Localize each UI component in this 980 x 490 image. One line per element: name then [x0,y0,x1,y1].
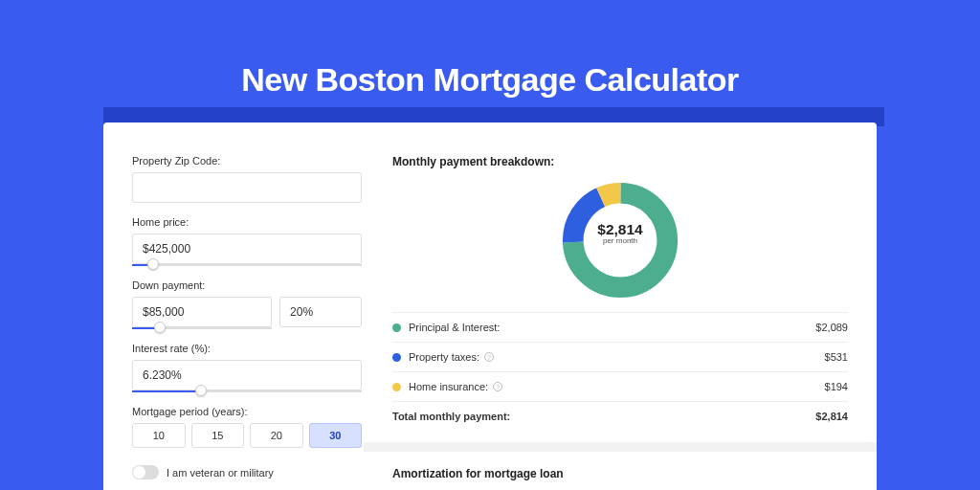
donut-center-sub: per month [582,237,658,246]
interest-rate-input[interactable] [132,360,362,390]
legend-row: Principal & Interest:$2,089 [392,312,848,342]
period-button-20[interactable]: 20 [250,423,303,448]
legend-dot [392,353,401,362]
donut-chart: $2,814 per month [558,178,682,302]
home-price-label: Home price: [132,216,362,228]
slider-thumb[interactable] [154,322,166,333]
zip-label: Property Zip Code: [132,155,362,167]
form-column: Property Zip Code: Home price: Down paym… [132,145,362,490]
slider-thumb[interactable] [147,258,159,270]
donut-chart-area: $2,814 per month [392,178,848,302]
down-payment-slider[interactable] [132,327,272,329]
period-button-group: 10152030 [132,423,362,448]
veteran-toggle-row: I am veteran or military [132,465,362,479]
home-price-slider[interactable] [132,264,362,266]
legend-dot [392,323,401,332]
legend-label: Property taxes:? [409,351,825,363]
legend-total-value: $2,814 [815,411,848,422]
calculator-card: Property Zip Code: Home price: Down paym… [103,122,877,490]
interest-rate-label: Interest rate (%): [132,343,362,354]
veteran-toggle[interactable] [132,465,159,479]
legend-dot [392,383,401,391]
info-icon[interactable]: ? [493,382,502,391]
down-payment-pct-input[interactable] [279,297,362,327]
period-button-10[interactable]: 10 [132,423,186,448]
period-button-30[interactable]: 30 [309,423,363,448]
legend-row-total: Total monthly payment: $2,814 [392,401,848,431]
veteran-toggle-label: I am veteran or military [167,467,274,479]
legend-label: Home insurance:? [409,381,825,392]
amortization-title: Amortization for mortgage loan [392,467,848,480]
legend-list: Principal & Interest:$2,089Property taxe… [392,312,848,401]
info-icon[interactable]: ? [484,352,494,362]
slider-thumb[interactable] [195,385,207,396]
donut-center-amount: $2,814 [582,219,658,237]
legend-value: $2,089 [815,322,848,333]
breakdown-column: Monthly payment breakdown: $2,814 per mo… [392,145,848,490]
legend-total-label: Total monthly payment: [392,411,815,422]
legend-row: Home insurance:?$194 [392,371,848,401]
breakdown-title: Monthly payment breakdown: [392,155,848,168]
amortization-section: Amortization for mortgage loan Amortizat… [364,442,877,490]
interest-rate-slider[interactable] [132,390,362,392]
page-root: New Boston Mortgage Calculator Property … [0,0,980,490]
zip-input[interactable] [132,172,362,203]
legend-row: Property taxes:?$531 [392,342,848,371]
home-price-input[interactable] [132,234,362,264]
down-payment-input[interactable] [132,297,272,327]
legend-value: $531 [825,351,848,363]
legend-label: Principal & Interest: [409,322,815,333]
mortgage-period-label: Mortgage period (years): [132,406,362,417]
down-payment-label: Down payment: [132,279,362,291]
legend-value: $194 [825,381,848,392]
period-button-15[interactable]: 15 [191,423,245,448]
